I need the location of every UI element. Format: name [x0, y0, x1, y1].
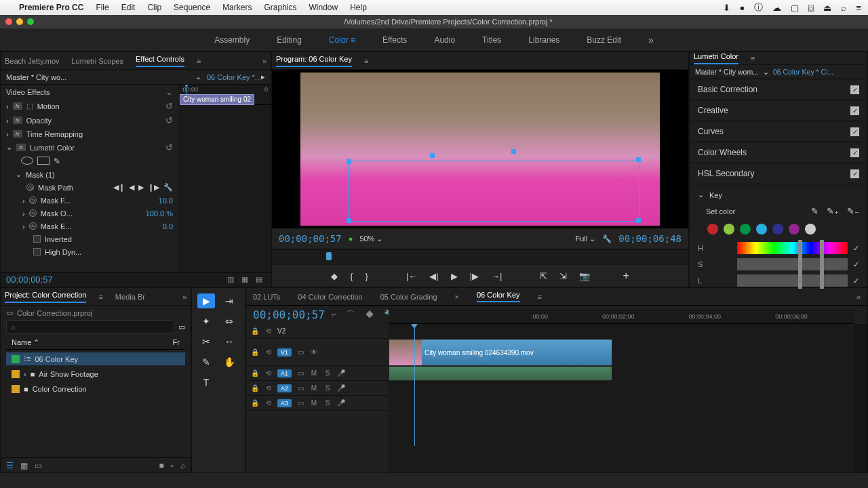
ripple-edit-tool[interactable]: ✦: [197, 314, 215, 329]
lock-icon[interactable]: 🔒: [250, 348, 260, 356]
tab-program[interactable]: Program: 06 Color Key: [276, 55, 352, 67]
eyedropper-plus-icon[interactable]: ✎₊: [827, 206, 839, 216]
menu-file[interactable]: File: [96, 3, 108, 12]
wrench-icon[interactable]: 🔧: [163, 183, 173, 192]
step-fwd-icon[interactable]: |▶: [470, 271, 479, 281]
spotlight-icon[interactable]: ⌕: [841, 3, 846, 13]
ec-timecode[interactable]: 00;00;00;57: [6, 274, 53, 285]
mask-ellipse-button[interactable]: [21, 157, 33, 165]
workspace-titles[interactable]: Titles: [482, 35, 501, 45]
play-button[interactable]: ▶: [451, 271, 458, 281]
dropbox-icon[interactable]: ⬇: [723, 3, 730, 13]
panel-menu-icon[interactable]: ≡: [538, 293, 542, 301]
panel-overflow-icon[interactable]: »: [262, 57, 267, 65]
mask-vertex-handle[interactable]: [430, 153, 435, 158]
toggle-output-icon[interactable]: ▭: [296, 369, 305, 377]
workspace-buzzedit[interactable]: Buzz Edit: [587, 35, 621, 45]
luminance-range-slider[interactable]: [737, 274, 848, 287]
menu-graphics[interactable]: Graphics: [264, 3, 296, 12]
track-a2-label[interactable]: A2: [277, 384, 292, 392]
basic-correction-toggle[interactable]: ✓: [850, 85, 859, 94]
disclosure-icon[interactable]: ›: [22, 222, 25, 230]
mask-feather-value[interactable]: 10.0: [159, 197, 173, 205]
freeform-view-icon[interactable]: ▭: [35, 461, 42, 470]
workspace-overflow-icon[interactable]: »: [648, 35, 654, 45]
slip-tool[interactable]: ↔: [220, 334, 238, 349]
disclosure-icon[interactable]: ›: [22, 209, 25, 218]
lock-icon[interactable]: 🔒: [250, 327, 260, 335]
extract-icon[interactable]: ⇲: [559, 271, 567, 281]
curves-toggle[interactable]: ✓: [850, 127, 859, 136]
project-item[interactable]: › ■ Air Show Footage: [6, 368, 185, 380]
mask-vertex-handle[interactable]: [636, 218, 641, 223]
fx-badge-icon[interactable]: fx: [13, 117, 22, 124]
lumetri-master-clip[interactable]: Master * City wom...: [695, 68, 759, 76]
ec-lumetri-color[interactable]: Lumetri Color: [30, 144, 161, 152]
lock-icon[interactable]: 🔒: [250, 384, 260, 392]
eyedropper-minus-icon[interactable]: ✎₋: [847, 206, 859, 216]
section-curves[interactable]: Curves: [698, 127, 724, 136]
lum-enable-check[interactable]: ✓: [853, 277, 859, 285]
type-tool[interactable]: T: [197, 375, 215, 390]
ec-timeline-clip[interactable]: City woman smiling 02: [180, 94, 254, 105]
hue-range-slider[interactable]: [737, 242, 848, 254]
linked-selection-icon[interactable]: ⌒: [347, 310, 359, 319]
timeline-canvas[interactable]: :00;00 00;00;02;00 00;00;04;00 00;00;06;…: [389, 324, 854, 472]
workspace-audio[interactable]: Audio: [434, 35, 455, 45]
seq-tab-05-grading[interactable]: 05 Color Grading: [380, 293, 437, 301]
snap-icon[interactable]: ⌐: [332, 310, 340, 319]
ec-mask[interactable]: Mask (1): [26, 171, 173, 179]
workspace-libraries[interactable]: Libraries: [528, 35, 559, 45]
ec-time-remapping[interactable]: Time Remapping: [26, 130, 173, 138]
fx-badge-icon[interactable]: fx: [13, 102, 22, 110]
button-editor-icon[interactable]: +: [623, 270, 629, 282]
disclosure-open-icon[interactable]: ⌄: [698, 190, 704, 199]
seq-tab-06-colorkey[interactable]: 06 Color Key: [477, 291, 520, 302]
section-color-wheels[interactable]: Color Wheels: [698, 148, 747, 157]
ec-sequence-clip[interactable]: 06 Color Key *...: [207, 73, 261, 81]
disclosure-icon[interactable]: ›: [24, 370, 26, 378]
new-item-icon[interactable]: ▫: [171, 461, 174, 470]
ec-toggle-timeline-icon[interactable]: ▸: [261, 73, 265, 81]
video-clip-v1[interactable]: City woman smiling 024634390.mov: [389, 339, 612, 366]
find-icon[interactable]: ⌕: [180, 461, 185, 470]
ec-video-effects[interactable]: Video Effects: [6, 88, 161, 96]
ec-foot-icon[interactable]: ▥: [227, 275, 237, 283]
panel-menu-icon[interactable]: ≡: [751, 54, 755, 62]
lock-icon[interactable]: 🔒: [250, 369, 260, 377]
track-v1-label[interactable]: V1: [277, 348, 292, 357]
stopwatch-icon[interactable]: ◷: [29, 209, 37, 217]
menu-help[interactable]: Help: [350, 3, 367, 12]
key-heading[interactable]: Key: [709, 191, 722, 199]
mask-pen-button[interactable]: ✎: [54, 157, 60, 166]
display-icon[interactable]: ⌼: [808, 3, 814, 13]
section-basic-correction[interactable]: Basic Correction: [698, 85, 757, 94]
airplay-icon[interactable]: ▢: [791, 3, 799, 13]
disclosure-open-icon[interactable]: ⌄: [6, 143, 12, 152]
settings-wrench-icon[interactable]: 🔧: [602, 235, 612, 243]
hand-tool[interactable]: ✋: [220, 354, 238, 369]
tab-project[interactable]: Project: Color Correction: [5, 291, 86, 303]
program-timecode-left[interactable]: 00;00;00;57: [279, 233, 342, 244]
stopwatch-icon[interactable]: ◷: [29, 197, 37, 204]
hsl-secondary-toggle[interactable]: ✓: [850, 169, 859, 178]
mic-icon[interactable]: 🎤: [336, 384, 346, 392]
stopwatch-icon[interactable]: ◷: [29, 222, 37, 230]
lumetri-sequence-clip[interactable]: 06 Color Key * Ci...: [773, 68, 833, 76]
panel-overflow-icon[interactable]: »: [856, 293, 861, 301]
info-icon[interactable]: ⓘ: [754, 1, 763, 14]
sync-lock-icon[interactable]: ⟲: [264, 348, 273, 356]
status-dot-icon[interactable]: ●: [740, 3, 745, 13]
close-window-icon[interactable]: [5, 18, 12, 25]
track-play-back-icon[interactable]: ◀: [129, 183, 134, 192]
lift-icon[interactable]: ⇱: [540, 271, 547, 281]
panel-menu-icon[interactable]: ≡: [364, 57, 368, 65]
seq-tab-02-luts[interactable]: 02 LUTs: [253, 293, 280, 301]
fx-badge-icon[interactable]: fx: [16, 144, 26, 151]
eject-icon[interactable]: ⏏: [823, 3, 831, 13]
ec-mask-path[interactable]: Mask Path: [38, 184, 109, 192]
stopwatch-icon[interactable]: ◷: [26, 184, 34, 191]
search-filter-icon[interactable]: ▭: [178, 323, 185, 331]
disclosure-icon[interactable]: ›: [6, 102, 9, 110]
track-v2-label[interactable]: V2: [277, 327, 285, 335]
